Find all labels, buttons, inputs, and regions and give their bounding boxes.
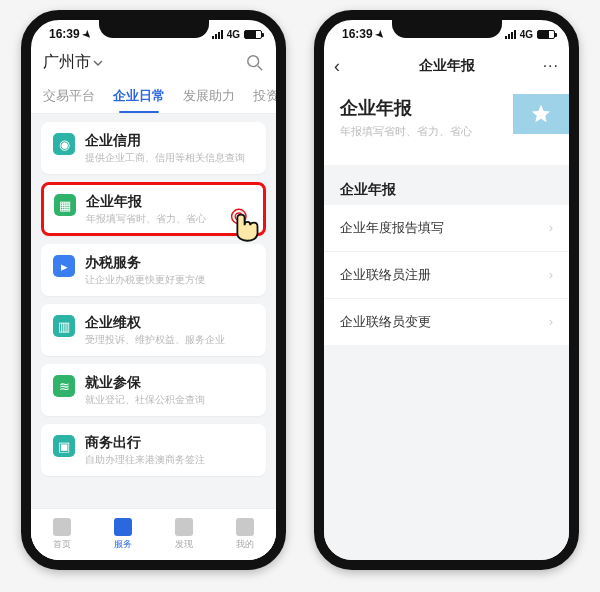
card-title: 办税服务 <box>85 254 205 272</box>
chevron-right-icon: › <box>549 221 553 235</box>
card-title: 企业年报 <box>86 193 206 211</box>
city-label: 广州市 <box>43 52 91 73</box>
card-list[interactable]: ◉ 企业信用 提供企业工商、信用等相关信息查询 ▦ 企业年报 年报填写省时、省力… <box>31 114 276 508</box>
card-title: 商务出行 <box>85 434 205 452</box>
category-tabs: 交易平台 企业日常 发展助力 投资项 <box>31 79 276 114</box>
battery-icon <box>244 30 262 39</box>
bottom-tabbar: 首页 服务 发现 我的 <box>31 508 276 560</box>
phone-right: 16:39 ➤ 4G ‹ 企业年报 ··· 企业年报 年报填写省时、省力、省心 … <box>314 10 579 570</box>
card-sub: 让企业办税更快更好更方便 <box>85 274 205 286</box>
row-label: 企业联络员注册 <box>340 266 431 284</box>
card-title: 就业参保 <box>85 374 205 392</box>
battery-icon <box>537 30 555 39</box>
row-liaison-change[interactable]: 企业联络员变更 › <box>324 299 569 345</box>
tab-me[interactable]: 我的 <box>236 518 254 551</box>
more-button[interactable]: ··· <box>543 57 559 75</box>
favorite-badge[interactable] <box>513 94 569 134</box>
signal-icon <box>505 30 516 39</box>
card-rights[interactable]: ▥ 企业维权 受理投诉、维护权益、服务企业 <box>41 304 266 356</box>
phone-left: 16:39 ➤ 4G 广州市 交易平台 企业日常 发展助力 投资项 ◉ <box>21 10 286 570</box>
menu-list: 企业年度报告填写 › 企业联络员注册 › 企业联络员变更 › <box>324 205 569 345</box>
chevron-right-icon: › <box>549 268 553 282</box>
car-icon: ▣ <box>53 435 75 457</box>
card-sub: 提供企业工商、信用等相关信息查询 <box>85 152 245 164</box>
status-time: 16:39 <box>49 27 80 41</box>
status-network: 4G <box>227 29 240 40</box>
card-employment[interactable]: ≋ 就业参保 就业登记、社保公积金查询 <box>41 364 266 416</box>
card-title: 企业维权 <box>85 314 225 332</box>
card-annual-report[interactable]: ▦ 企业年报 年报填写省时、省力、省心 <box>41 182 266 236</box>
card-sub: 受理投诉、维护权益、服务企业 <box>85 334 225 346</box>
shield-icon: ▥ <box>53 315 75 337</box>
tab-trading[interactable]: 交易平台 <box>41 79 97 113</box>
status-network: 4G <box>520 29 533 40</box>
city-picker[interactable]: 广州市 <box>43 52 103 73</box>
row-annual-fill[interactable]: 企业年度报告填写 › <box>324 205 569 252</box>
location-icon: ➤ <box>80 27 93 40</box>
home-icon <box>53 518 71 536</box>
card-sub: 就业登记、社保公积金查询 <box>85 394 205 406</box>
tax-icon: ▸ <box>53 255 75 277</box>
card-credit[interactable]: ◉ 企业信用 提供企业工商、信用等相关信息查询 <box>41 122 266 174</box>
report-icon: ▦ <box>54 194 76 216</box>
tab-daily[interactable]: 企业日常 <box>111 79 167 113</box>
location-icon: ➤ <box>373 27 386 40</box>
chevron-right-icon: › <box>549 315 553 329</box>
nav-title: 企业年报 <box>419 57 475 75</box>
card-title: 企业信用 <box>85 132 245 150</box>
notch <box>99 18 209 38</box>
section-title: 企业年报 <box>324 165 569 205</box>
discover-icon <box>175 518 193 536</box>
tab-services[interactable]: 服务 <box>114 518 132 551</box>
row-label: 企业年度报告填写 <box>340 219 444 237</box>
back-button[interactable]: ‹ <box>334 56 340 77</box>
header: 广州市 <box>31 48 276 79</box>
card-travel[interactable]: ▣ 商务出行 自助办理往来港澳商务签注 <box>41 424 266 476</box>
tap-cursor-icon <box>223 205 269 251</box>
navbar: ‹ 企业年报 ··· <box>324 48 569 84</box>
tab-discover[interactable]: 发现 <box>175 518 193 551</box>
card-tax[interactable]: ▸ 办税服务 让企业办税更快更好更方便 <box>41 244 266 296</box>
chevron-down-icon <box>93 58 103 68</box>
services-icon <box>114 518 132 536</box>
tab-home[interactable]: 首页 <box>53 518 71 551</box>
badge-icon: ◉ <box>53 133 75 155</box>
tab-invest[interactable]: 投资项 <box>251 79 276 113</box>
tab-growth[interactable]: 发展助力 <box>181 79 237 113</box>
card-sub: 自助办理往来港澳商务签注 <box>85 454 205 466</box>
employment-icon: ≋ <box>53 375 75 397</box>
row-liaison-register[interactable]: 企业联络员注册 › <box>324 252 569 299</box>
search-icon[interactable] <box>246 54 264 72</box>
hero: 企业年报 年报填写省时、省力、省心 <box>324 84 569 165</box>
svg-line-1 <box>258 65 263 70</box>
status-time: 16:39 <box>342 27 373 41</box>
card-sub: 年报填写省时、省力、省心 <box>86 213 206 225</box>
star-icon <box>530 103 552 125</box>
row-label: 企业联络员变更 <box>340 313 431 331</box>
user-icon <box>236 518 254 536</box>
notch <box>392 18 502 38</box>
signal-icon <box>212 30 223 39</box>
svg-point-0 <box>248 55 259 66</box>
